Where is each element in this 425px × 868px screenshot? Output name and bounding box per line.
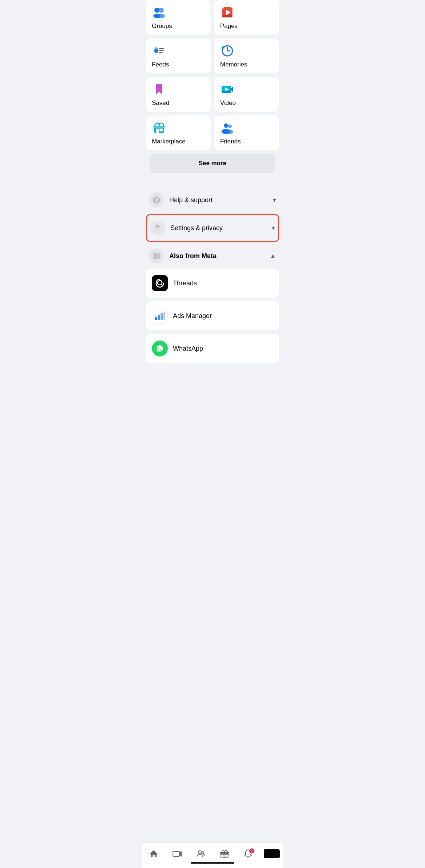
see-more-label: See more [199,160,227,167]
grid-cell-pages[interactable]: Pages [214,0,279,35]
svg-point-31 [153,253,155,255]
settings-privacy-label: Settings & privacy [170,224,272,232]
ads-icon [154,311,166,321]
svg-marker-14 [231,86,233,92]
shortcut-grid: Groups Pages [142,0,283,150]
ads-icon-wrap [152,308,168,324]
svg-point-23 [228,125,232,128]
svg-point-39 [158,257,160,259]
divider-1 [142,184,283,187]
grid-cell-marketplace[interactable]: Marketplace [146,115,211,150]
grid-row-3: Saved Video [146,77,279,112]
svg-rect-19 [153,126,165,128]
also-from-meta-header[interactable]: Also from Meta ▲ [146,243,279,269]
svg-point-37 [153,257,155,259]
marketplace-icon [152,121,166,135]
svg-rect-43 [161,313,163,320]
grid-cell-friends[interactable]: Friends [214,115,279,150]
see-more-button[interactable]: See more [150,154,275,173]
svg-point-36 [158,255,160,257]
menu-section: ? Help & support ▾ Settings & privacy ▾ [142,187,283,242]
help-icon-wrap: ? [149,192,164,208]
threads-label: Threads [173,280,197,287]
svg-rect-41 [155,317,157,320]
settings-privacy-item[interactable]: Settings & privacy ▾ [146,214,279,242]
svg-rect-9 [159,48,164,49]
svg-rect-10 [159,50,164,51]
saved-label: Saved [152,99,169,107]
meta-dots-icon-wrap [149,248,164,264]
memories-icon [220,44,235,58]
pages-icon [220,5,235,20]
meta-dots-icon [152,252,161,260]
whatsapp-label: WhatsApp [173,345,203,353]
see-more-container: See more [142,154,283,184]
pages-label: Pages [220,23,238,30]
video-icon [220,82,235,97]
whatsapp-icon [155,343,165,354]
threads-icon-wrap [152,275,168,291]
svg-point-3 [158,14,165,18]
svg-rect-11 [159,52,163,53]
video-label: Video [220,99,236,107]
grid-cell-groups[interactable]: Groups [146,0,211,35]
svg-point-25 [227,130,233,134]
settings-chevron: ▾ [272,224,275,232]
help-icon: ? [152,196,161,204]
svg-point-30 [157,227,158,229]
saved-icon [152,82,166,97]
groups-label: Groups [152,23,172,30]
grid-row-4: Marketplace Friends [146,115,279,150]
grid-row-1: Groups Pages [146,0,279,35]
settings-icon [153,223,162,233]
svg-point-8 [155,47,158,50]
whatsapp-icon-wrap [152,341,168,356]
svg-rect-16 [222,91,231,93]
grid-cell-video[interactable]: Video [214,77,279,112]
threads-card[interactable]: Threads [146,269,279,298]
ads-manager-label: Ads Manager [173,312,212,320]
help-chevron: ▾ [273,196,276,204]
feeds-icon [152,44,166,58]
svg-text:?: ? [155,197,158,203]
threads-icon [155,278,165,288]
grid-cell-saved[interactable]: Saved [146,77,211,112]
svg-point-22 [224,123,228,128]
svg-point-32 [155,253,158,255]
friends-label: Friends [220,138,241,145]
svg-point-38 [155,257,158,259]
also-from-meta-section: Also from Meta ▲ Threads Ads Manager [142,243,283,363]
feeds-label: Feeds [152,61,169,68]
marketplace-label: Marketplace [152,138,186,145]
help-support-item[interactable]: ? Help & support ▾ [146,187,279,213]
svg-point-40 [161,281,162,282]
svg-rect-21 [159,129,163,131]
svg-rect-6 [222,15,232,17]
svg-point-34 [153,255,155,257]
svg-point-1 [159,8,164,13]
help-support-label: Help & support [169,196,273,204]
svg-point-0 [154,8,159,13]
grid-cell-memories[interactable]: Memories [214,38,279,73]
also-from-meta-label: Also from Meta [169,252,270,260]
grid-cell-feeds[interactable]: Feeds [146,38,211,73]
svg-point-35 [155,255,158,257]
svg-point-33 [158,253,160,255]
svg-rect-20 [156,129,159,133]
grid-row-2: Feeds Memories [146,38,279,73]
ads-manager-card[interactable]: Ads Manager [146,301,279,330]
also-meta-chevron: ▲ [270,252,276,260]
svg-rect-44 [163,311,165,320]
settings-icon-wrap [150,220,165,236]
svg-rect-42 [158,315,160,320]
whatsapp-card[interactable]: WhatsApp [146,334,279,363]
bottom-spacer [142,367,283,403]
friends-icon [220,121,235,135]
memories-label: Memories [220,61,247,68]
groups-icon [152,5,166,20]
